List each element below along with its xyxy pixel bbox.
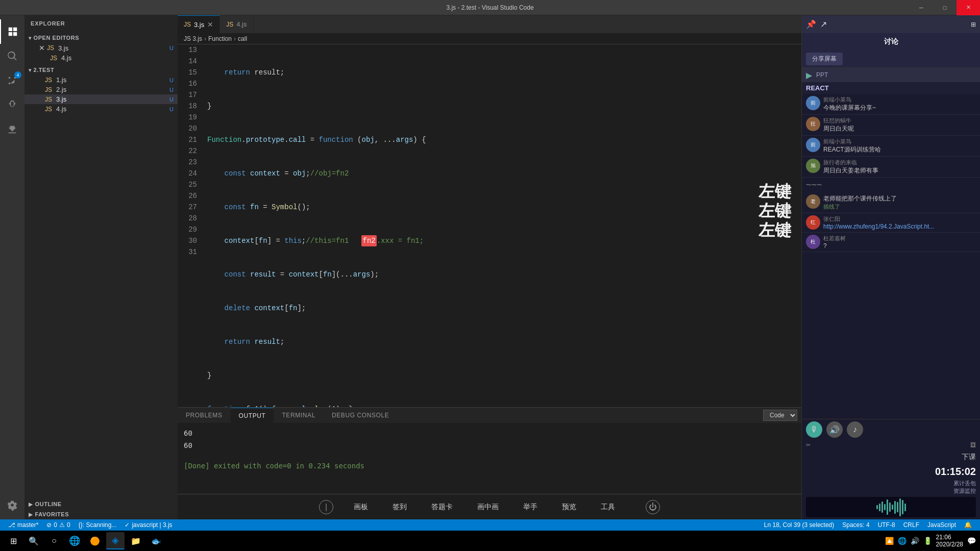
- share-screen-btn[interactable]: 分享屏幕: [806, 53, 843, 65]
- close-button[interactable]: ✕: [957, 0, 980, 15]
- panel-tab-problems[interactable]: PROBLEMS: [178, 408, 231, 423]
- ppt-play-icon[interactable]: ▶: [806, 70, 812, 80]
- activity-settings[interactable]: [0, 495, 24, 519]
- chat-name-2: 狂怼的蜗牛: [823, 117, 854, 124]
- toolbar-btn-tools[interactable]: 工具: [597, 500, 619, 514]
- activity-extensions[interactable]: [0, 117, 24, 142]
- breadcrumb-symbol[interactable]: call: [238, 35, 247, 42]
- toolbar-btn-answer[interactable]: 答题卡: [427, 500, 457, 514]
- bottom-panel: PROBLEMS OUTPUT TERMINAL DEBUG CONSOLE C…: [178, 407, 801, 519]
- favorites-header[interactable]: ▶ FAVORITES: [24, 509, 178, 519]
- taskbar-start[interactable]: ⊞: [4, 532, 22, 549]
- taskbar-search[interactable]: 🔍: [24, 532, 43, 549]
- taskbar-cortana[interactable]: ○: [45, 532, 63, 549]
- status-branch[interactable]: ⎇ master*: [4, 519, 42, 531]
- activity-debug[interactable]: [0, 93, 24, 117]
- status-right: Ln 18, Col 39 (3 selected) Spaces: 4 UTF…: [760, 519, 976, 531]
- right-panel-icon-pin: 📌: [806, 19, 816, 29]
- warning-count: 0: [67, 521, 70, 529]
- taskbar-vscode[interactable]: ◈: [106, 532, 125, 549]
- status-cursor[interactable]: Ln 18, Col 39 (3 selected): [760, 519, 838, 531]
- notification-icon[interactable]: 💬: [967, 537, 976, 545]
- open-editors-header[interactable]: ▾ OPEN EDITORS: [24, 33, 178, 43]
- taskbar-app1[interactable]: 🟠: [86, 532, 104, 549]
- toolbar-icon-left[interactable]: |: [319, 500, 333, 514]
- tray-icon-4[interactable]: 🔋: [923, 537, 932, 545]
- toolbar-power-btn[interactable]: ⏻: [646, 500, 660, 514]
- status-js-check[interactable]: ✓ javascript | 3.js: [120, 519, 176, 531]
- right-panel-expand[interactable]: ⊞: [971, 21, 976, 28]
- taskbar: ⊞ 🔍 ○ 🌐 🟠 ◈ 📁 🐟 🔼 🌐 🔊 🔋 21:06 2020/2/28 …: [0, 531, 980, 551]
- dirty-1js: U: [169, 77, 174, 83]
- chat-name-6: 张仁阳: [823, 215, 934, 223]
- tabs-bar: JS 3.js ✕ JS 4.js: [178, 15, 801, 33]
- open-editor-3js-label: 3.js: [58, 44, 68, 52]
- toolbar-btn-pip[interactable]: 画中画: [473, 500, 503, 514]
- breadcrumb-file[interactable]: JS 3.js: [184, 35, 202, 42]
- minimize-button[interactable]: ─: [910, 0, 933, 15]
- taskbar-app2[interactable]: 🐟: [147, 532, 165, 549]
- open-editor-3js[interactable]: ✕ JS 3.js U: [24, 43, 178, 53]
- maximize-button[interactable]: □: [933, 0, 957, 15]
- panel-tab-debug[interactable]: DEBUG CONSOLE: [324, 408, 398, 423]
- 2test-header[interactable]: ▾ 2.TEST: [24, 65, 178, 75]
- status-encoding[interactable]: UTF-8: [874, 519, 899, 531]
- avatar-5: 老: [806, 194, 820, 209]
- chat-item-1: 前 前端小菜鸟 今晚的课屏幕分享~: [802, 94, 980, 115]
- selection-highlight: fn2: [361, 235, 376, 246]
- toolbar-btn-handup[interactable]: 举手: [519, 500, 542, 514]
- tray-icon-2[interactable]: 🌐: [898, 537, 906, 545]
- open-editor-4js[interactable]: JS 4.js: [24, 53, 178, 63]
- title-text: 3.js - 2.test - Visual Studio Code: [446, 4, 533, 11]
- status-line-ending[interactable]: CRLF: [899, 519, 923, 531]
- breadcrumb-section[interactable]: Function: [208, 35, 232, 42]
- toolbar-btn-canvas[interactable]: 画板: [350, 500, 372, 514]
- activity-explorer[interactable]: [0, 19, 24, 44]
- taskbar-explorer[interactable]: 📁: [127, 532, 145, 549]
- 2test-label: 2.TEST: [34, 67, 55, 73]
- image-icon[interactable]: 🖼: [970, 442, 976, 448]
- error-count: 0: [54, 521, 57, 529]
- code-editor[interactable]: 1314151617 1819202122 2324252627 2829303…: [178, 44, 801, 407]
- taskbar-chrome[interactable]: 🌐: [65, 532, 84, 549]
- file-1js-label: 1.js: [56, 76, 66, 84]
- chat-item-2: 狂 狂怼的蜗牛 周日白天呢: [802, 115, 980, 136]
- toolbar-btn-preview[interactable]: 预览: [558, 500, 580, 514]
- outline-header[interactable]: ▶ OUTLINE: [24, 499, 178, 509]
- app1-icon: 🟠: [90, 536, 100, 546]
- panel-tab-terminal[interactable]: TERMINAL: [274, 408, 323, 423]
- panel-content: 60 60 [Done] exited with code=0 in 0.234…: [178, 423, 801, 494]
- file-2js[interactable]: JS 2.js U: [24, 85, 178, 94]
- music-btn[interactable]: ♪: [847, 421, 863, 438]
- output-source-select[interactable]: Code: [763, 410, 797, 421]
- file-4js[interactable]: JS 4.js U: [24, 104, 178, 114]
- tab-4js[interactable]: JS 4.js: [220, 15, 253, 33]
- code-content[interactable]: return result; } Function.prototype.call…: [203, 44, 801, 407]
- tray-icon-3[interactable]: 🔊: [911, 537, 919, 545]
- status-bell[interactable]: 🔔: [960, 519, 976, 531]
- close-icon[interactable]: ✕: [39, 44, 45, 52]
- chevron-outline: ▶: [29, 502, 33, 507]
- status-errors[interactable]: ⊘ 0 ⚠ 0: [42, 519, 74, 531]
- status-language[interactable]: JavaScript: [923, 519, 960, 531]
- dirty-3js: U: [169, 96, 174, 103]
- clock-time: 21:06: [936, 534, 963, 541]
- class-end-btn[interactable]: 下课: [802, 450, 980, 464]
- tab-3js-close[interactable]: ✕: [207, 20, 213, 29]
- file-1js[interactable]: JS 1.js U: [24, 75, 178, 85]
- status-scanning[interactable]: {}: Scanning...: [75, 519, 121, 531]
- speaker-btn[interactable]: 🔊: [826, 421, 843, 438]
- tray-icon-1[interactable]: 🔼: [885, 537, 894, 545]
- tab-3js[interactable]: JS 3.js ✕: [178, 15, 220, 33]
- right-panel-controls: 🎙 🔊 ♪: [802, 419, 980, 440]
- right-panel-header: 📌 ↗ ⊞: [802, 15, 980, 33]
- file-4js-label: 4.js: [56, 105, 66, 113]
- scissors-icon[interactable]: ✂: [806, 442, 811, 448]
- activity-git[interactable]: 4: [0, 68, 24, 93]
- file-3js[interactable]: JS 3.js U: [24, 94, 178, 104]
- activity-search[interactable]: [0, 44, 24, 68]
- toolbar-btn-signin[interactable]: 签到: [388, 500, 411, 514]
- mic-btn[interactable]: 🎙: [806, 421, 822, 438]
- status-spaces[interactable]: Spaces: 4: [838, 519, 873, 531]
- panel-tab-output[interactable]: OUTPUT: [231, 408, 274, 423]
